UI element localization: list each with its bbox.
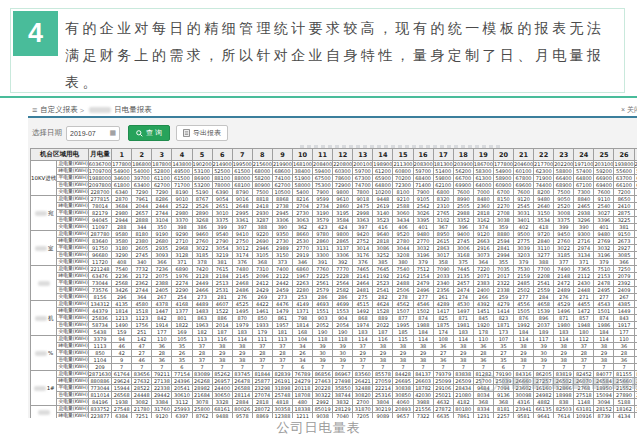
- close-tab-button[interactable]: × 关闭: [621, 105, 637, 115]
- day-value-cell: 8216: [292, 196, 312, 203]
- day-value-cell: 67100: [574, 182, 594, 189]
- day-value-cell: 183: [232, 329, 252, 336]
- day-value-cell: 30838: [393, 385, 413, 392]
- day-value-cell: 3026: [413, 210, 433, 217]
- day-value-cell: 58300: [473, 168, 493, 175]
- hamburger-icon[interactable]: ≡: [32, 105, 37, 115]
- day-value-cell: 83745: [232, 371, 252, 378]
- day-value-cell: 4149: [292, 301, 312, 308]
- day-value-cell: 177800: [493, 161, 513, 168]
- day-value-cell: 2860: [333, 203, 353, 210]
- day-value-cell: 219900: [272, 161, 292, 168]
- day-value-cell: 220800: [333, 161, 353, 168]
- day-value-cell: 3094: [594, 399, 614, 406]
- day-value-cell: 3287: [252, 217, 272, 224]
- day-value-cell: 398: [172, 224, 192, 231]
- day-value-cell: 375: [453, 259, 473, 266]
- day-value-cell: 7: [333, 364, 353, 371]
- day-value-cell: 277: [594, 294, 614, 301]
- day-value-cell: 2135: [453, 273, 473, 280]
- day-value-cell: 2564: [333, 280, 353, 287]
- day-value-cell: 30: [333, 350, 353, 357]
- day-value-cell: 36: [473, 357, 493, 364]
- day-value-cell: 38: [554, 357, 574, 364]
- day-value-cell: 371: [574, 259, 594, 266]
- day-value-cell: 27138: [152, 378, 172, 385]
- export-button[interactable]: 导出报表: [176, 125, 228, 141]
- day-value-cell: 116: [212, 336, 232, 343]
- header-day: 5: [192, 149, 212, 161]
- day-value-cell: 1938: [112, 399, 132, 406]
- day-value-cell: 54900: [112, 168, 132, 175]
- table-row: 机总电量(KWH)1343124135458043784168448946074…: [31, 301, 637, 308]
- day-value-cell: 1981: [453, 322, 473, 329]
- day-value-cell: 3032: [594, 245, 614, 252]
- day-value-cell: 69400: [594, 182, 614, 189]
- day-value-cell: 402: [514, 224, 534, 231]
- table-row: 谷电量(KWH)73576342627442405229024662531248…: [31, 287, 637, 294]
- day-value-cell: 4580: [132, 301, 152, 308]
- day-value-cell: 8480: [473, 196, 493, 203]
- day-value-cell: 7615: [212, 266, 232, 273]
- day-value-cell: 47: [132, 343, 152, 350]
- table-header: 机台区域用电月电量1234567891011121314151617181920…: [31, 149, 637, 161]
- breadcrumb-section[interactable]: 自定义报表: [40, 105, 78, 115]
- day-value-cell: 111: [252, 336, 272, 343]
- day-value-cell: 3190: [313, 210, 333, 217]
- table-row: 峰电量(KWH)44379181415181447137714831522149…: [31, 308, 637, 315]
- day-value-cell: 274: [453, 294, 473, 301]
- day-value-cell: 266: [473, 294, 493, 301]
- header-day: 26: [614, 149, 634, 161]
- month-total-cell: 5438: [88, 329, 111, 336]
- day-value-cell: 37: [574, 343, 594, 350]
- table-row: 室总电量(KWH)2877809580818091909290946095409…: [31, 231, 637, 238]
- day-value-cell: 3093: [152, 252, 172, 259]
- month-total-cell: 11720: [88, 259, 111, 266]
- day-value-cell: 143800: [172, 161, 192, 168]
- redacted-group-name: [38, 410, 50, 415]
- day-value-cell: 2148: [554, 273, 574, 280]
- day-value-cell: 26588: [232, 385, 252, 392]
- day-value-cell: 114: [232, 336, 252, 343]
- day-value-cell: 18998: [554, 392, 574, 399]
- day-value-cell: 80180: [453, 406, 473, 413]
- day-value-cell: 2362: [132, 280, 152, 287]
- day-value-cell: 26568: [112, 392, 132, 399]
- calendar-icon[interactable]: ▦: [109, 129, 116, 137]
- day-value-cell: 28152: [594, 406, 614, 413]
- day-value-cell: 6: [172, 364, 192, 371]
- day-value-cell: 86967: [333, 371, 353, 378]
- header-day: 4: [172, 149, 192, 161]
- month-total-cell: 58734: [88, 322, 111, 329]
- day-value-cell: 7760: [313, 266, 333, 273]
- day-value-cell: 3180: [112, 245, 132, 252]
- day-value-cell: 8660: [292, 231, 312, 238]
- day-value-cell: 7800: [353, 189, 373, 196]
- day-value-cell: 25993: [172, 406, 192, 413]
- day-value-cell: 2228: [333, 273, 353, 280]
- day-value-cell: 7530: [514, 266, 534, 273]
- day-value-cell: 10916: [574, 413, 594, 419]
- day-value-cell: 850: [252, 315, 272, 322]
- day-value-cell: 190200: [192, 161, 212, 168]
- day-value-cell: 3162: [473, 217, 493, 224]
- day-value-cell: 21780: [132, 406, 152, 413]
- search-button[interactable]: 查 询: [128, 125, 170, 141]
- day-value-cell: 2037: [534, 322, 554, 329]
- day-value-cell: 36: [614, 343, 634, 350]
- day-value-cell: 66700: [453, 175, 473, 182]
- table-row: 谷电量(KWH)58734149017561914182219632014197…: [31, 322, 637, 329]
- day-value-cell: 86856: [313, 371, 333, 378]
- row-type-label: 峰电量(KWH): [57, 238, 88, 245]
- day-value-cell: 30358: [272, 406, 292, 413]
- day-value-cell: 71900: [534, 175, 554, 182]
- day-value-cell: 61200: [373, 168, 393, 175]
- day-value-cell: 7: [614, 364, 634, 371]
- day-value-cell: 7290: [152, 189, 172, 196]
- app-screenshot: ≡ 自定义报表 > 日电量报表 × 关闭 选择日期 2019-07 ▦ 查 询 …: [28, 104, 637, 418]
- table-row: 谷电量(KWH)94045294428883104337032683375336…: [31, 217, 637, 224]
- day-value-cell: 9210: [393, 196, 413, 203]
- date-input[interactable]: 2019-07 ▦: [66, 126, 120, 141]
- day-value-cell: 2496: [413, 287, 433, 294]
- header-month-total: 月电量: [88, 149, 111, 161]
